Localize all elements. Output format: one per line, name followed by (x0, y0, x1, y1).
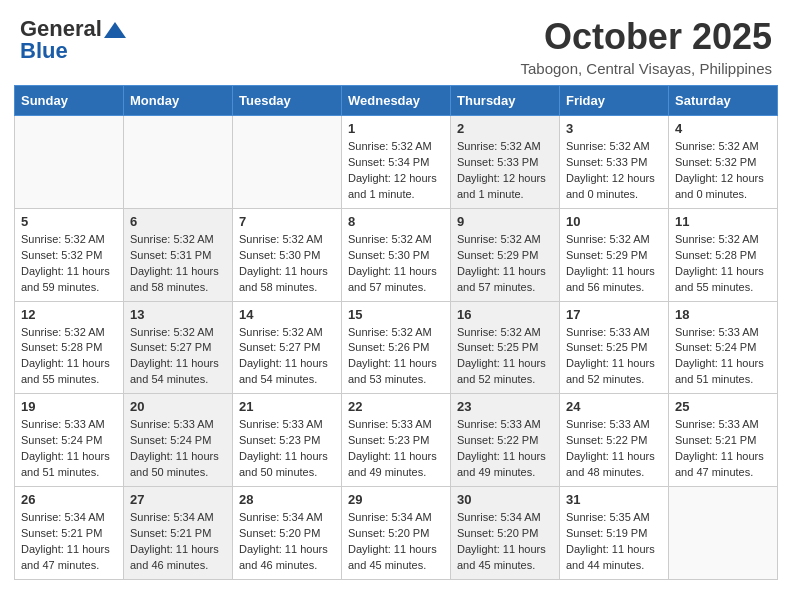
calendar-cell: 30Sunrise: 5:34 AM Sunset: 5:20 PM Dayli… (451, 487, 560, 580)
calendar-cell: 11Sunrise: 5:32 AM Sunset: 5:28 PM Dayli… (669, 208, 778, 301)
day-number: 15 (348, 307, 444, 322)
day-number: 2 (457, 121, 553, 136)
calendar-cell (669, 487, 778, 580)
calendar-cell: 24Sunrise: 5:33 AM Sunset: 5:22 PM Dayli… (560, 394, 669, 487)
calendar-cell: 1Sunrise: 5:32 AM Sunset: 5:34 PM Daylig… (342, 116, 451, 209)
calendar-body: 1Sunrise: 5:32 AM Sunset: 5:34 PM Daylig… (15, 116, 778, 580)
weekday-header-friday: Friday (560, 86, 669, 116)
calendar-cell: 28Sunrise: 5:34 AM Sunset: 5:20 PM Dayli… (233, 487, 342, 580)
day-number: 19 (21, 399, 117, 414)
calendar-cell: 22Sunrise: 5:33 AM Sunset: 5:23 PM Dayli… (342, 394, 451, 487)
calendar-cell: 27Sunrise: 5:34 AM Sunset: 5:21 PM Dayli… (124, 487, 233, 580)
calendar-cell: 31Sunrise: 5:35 AM Sunset: 5:19 PM Dayli… (560, 487, 669, 580)
weekday-header-thursday: Thursday (451, 86, 560, 116)
day-info: Sunrise: 5:32 AM Sunset: 5:31 PM Dayligh… (130, 232, 226, 296)
day-number: 25 (675, 399, 771, 414)
day-info: Sunrise: 5:32 AM Sunset: 5:34 PM Dayligh… (348, 139, 444, 203)
calendar-cell: 8Sunrise: 5:32 AM Sunset: 5:30 PM Daylig… (342, 208, 451, 301)
calendar-cell: 5Sunrise: 5:32 AM Sunset: 5:32 PM Daylig… (15, 208, 124, 301)
calendar-wrapper: SundayMondayTuesdayWednesdayThursdayFrid… (0, 85, 792, 594)
day-info: Sunrise: 5:32 AM Sunset: 5:32 PM Dayligh… (21, 232, 117, 296)
month-title: October 2025 (520, 16, 772, 58)
calendar-cell: 2Sunrise: 5:32 AM Sunset: 5:33 PM Daylig… (451, 116, 560, 209)
calendar-cell: 9Sunrise: 5:32 AM Sunset: 5:29 PM Daylig… (451, 208, 560, 301)
header: General Blue October 2025 Tabogon, Centr… (0, 0, 792, 85)
week-row-1: 1Sunrise: 5:32 AM Sunset: 5:34 PM Daylig… (15, 116, 778, 209)
day-info: Sunrise: 5:34 AM Sunset: 5:20 PM Dayligh… (348, 510, 444, 574)
day-info: Sunrise: 5:34 AM Sunset: 5:21 PM Dayligh… (130, 510, 226, 574)
calendar-cell: 3Sunrise: 5:32 AM Sunset: 5:33 PM Daylig… (560, 116, 669, 209)
weekday-header-monday: Monday (124, 86, 233, 116)
day-info: Sunrise: 5:32 AM Sunset: 5:25 PM Dayligh… (457, 325, 553, 389)
day-number: 9 (457, 214, 553, 229)
weekday-header-saturday: Saturday (669, 86, 778, 116)
day-info: Sunrise: 5:32 AM Sunset: 5:33 PM Dayligh… (566, 139, 662, 203)
calendar-cell: 18Sunrise: 5:33 AM Sunset: 5:24 PM Dayli… (669, 301, 778, 394)
calendar-cell: 26Sunrise: 5:34 AM Sunset: 5:21 PM Dayli… (15, 487, 124, 580)
logo-blue: Blue (20, 38, 68, 64)
week-row-2: 5Sunrise: 5:32 AM Sunset: 5:32 PM Daylig… (15, 208, 778, 301)
day-info: Sunrise: 5:33 AM Sunset: 5:23 PM Dayligh… (348, 417, 444, 481)
day-info: Sunrise: 5:32 AM Sunset: 5:26 PM Dayligh… (348, 325, 444, 389)
day-info: Sunrise: 5:32 AM Sunset: 5:28 PM Dayligh… (675, 232, 771, 296)
day-info: Sunrise: 5:33 AM Sunset: 5:22 PM Dayligh… (566, 417, 662, 481)
day-number: 21 (239, 399, 335, 414)
day-info: Sunrise: 5:33 AM Sunset: 5:24 PM Dayligh… (675, 325, 771, 389)
day-info: Sunrise: 5:33 AM Sunset: 5:23 PM Dayligh… (239, 417, 335, 481)
day-number: 28 (239, 492, 335, 507)
calendar-table: SundayMondayTuesdayWednesdayThursdayFrid… (14, 85, 778, 580)
calendar-cell: 21Sunrise: 5:33 AM Sunset: 5:23 PM Dayli… (233, 394, 342, 487)
calendar-cell: 12Sunrise: 5:32 AM Sunset: 5:28 PM Dayli… (15, 301, 124, 394)
calendar-cell: 20Sunrise: 5:33 AM Sunset: 5:24 PM Dayli… (124, 394, 233, 487)
calendar-cell: 14Sunrise: 5:32 AM Sunset: 5:27 PM Dayli… (233, 301, 342, 394)
day-number: 3 (566, 121, 662, 136)
day-number: 20 (130, 399, 226, 414)
day-info: Sunrise: 5:32 AM Sunset: 5:33 PM Dayligh… (457, 139, 553, 203)
weekday-header-sunday: Sunday (15, 86, 124, 116)
calendar-cell: 15Sunrise: 5:32 AM Sunset: 5:26 PM Dayli… (342, 301, 451, 394)
day-number: 23 (457, 399, 553, 414)
calendar-cell: 23Sunrise: 5:33 AM Sunset: 5:22 PM Dayli… (451, 394, 560, 487)
day-number: 17 (566, 307, 662, 322)
calendar-cell: 6Sunrise: 5:32 AM Sunset: 5:31 PM Daylig… (124, 208, 233, 301)
calendar-cell: 4Sunrise: 5:32 AM Sunset: 5:32 PM Daylig… (669, 116, 778, 209)
day-info: Sunrise: 5:32 AM Sunset: 5:29 PM Dayligh… (566, 232, 662, 296)
day-number: 13 (130, 307, 226, 322)
day-number: 8 (348, 214, 444, 229)
day-number: 5 (21, 214, 117, 229)
day-number: 18 (675, 307, 771, 322)
day-number: 4 (675, 121, 771, 136)
day-number: 1 (348, 121, 444, 136)
calendar-cell: 16Sunrise: 5:32 AM Sunset: 5:25 PM Dayli… (451, 301, 560, 394)
title-area: October 2025 Tabogon, Central Visayas, P… (520, 16, 772, 77)
day-info: Sunrise: 5:32 AM Sunset: 5:30 PM Dayligh… (239, 232, 335, 296)
day-info: Sunrise: 5:32 AM Sunset: 5:27 PM Dayligh… (130, 325, 226, 389)
day-info: Sunrise: 5:33 AM Sunset: 5:22 PM Dayligh… (457, 417, 553, 481)
day-number: 16 (457, 307, 553, 322)
day-info: Sunrise: 5:32 AM Sunset: 5:29 PM Dayligh… (457, 232, 553, 296)
day-number: 12 (21, 307, 117, 322)
weekday-header-wednesday: Wednesday (342, 86, 451, 116)
calendar-cell: 25Sunrise: 5:33 AM Sunset: 5:21 PM Dayli… (669, 394, 778, 487)
calendar-cell: 29Sunrise: 5:34 AM Sunset: 5:20 PM Dayli… (342, 487, 451, 580)
day-info: Sunrise: 5:32 AM Sunset: 5:30 PM Dayligh… (348, 232, 444, 296)
day-number: 22 (348, 399, 444, 414)
calendar-cell: 19Sunrise: 5:33 AM Sunset: 5:24 PM Dayli… (15, 394, 124, 487)
day-number: 30 (457, 492, 553, 507)
calendar-cell: 10Sunrise: 5:32 AM Sunset: 5:29 PM Dayli… (560, 208, 669, 301)
day-info: Sunrise: 5:34 AM Sunset: 5:20 PM Dayligh… (239, 510, 335, 574)
location: Tabogon, Central Visayas, Philippines (520, 60, 772, 77)
day-info: Sunrise: 5:34 AM Sunset: 5:21 PM Dayligh… (21, 510, 117, 574)
day-number: 10 (566, 214, 662, 229)
day-number: 29 (348, 492, 444, 507)
calendar-cell: 13Sunrise: 5:32 AM Sunset: 5:27 PM Dayli… (124, 301, 233, 394)
day-info: Sunrise: 5:33 AM Sunset: 5:25 PM Dayligh… (566, 325, 662, 389)
calendar-cell: 7Sunrise: 5:32 AM Sunset: 5:30 PM Daylig… (233, 208, 342, 301)
day-number: 14 (239, 307, 335, 322)
day-info: Sunrise: 5:32 AM Sunset: 5:28 PM Dayligh… (21, 325, 117, 389)
day-info: Sunrise: 5:32 AM Sunset: 5:32 PM Dayligh… (675, 139, 771, 203)
logo: General Blue (20, 16, 126, 64)
day-info: Sunrise: 5:34 AM Sunset: 5:20 PM Dayligh… (457, 510, 553, 574)
calendar-cell: 17Sunrise: 5:33 AM Sunset: 5:25 PM Dayli… (560, 301, 669, 394)
week-row-5: 26Sunrise: 5:34 AM Sunset: 5:21 PM Dayli… (15, 487, 778, 580)
